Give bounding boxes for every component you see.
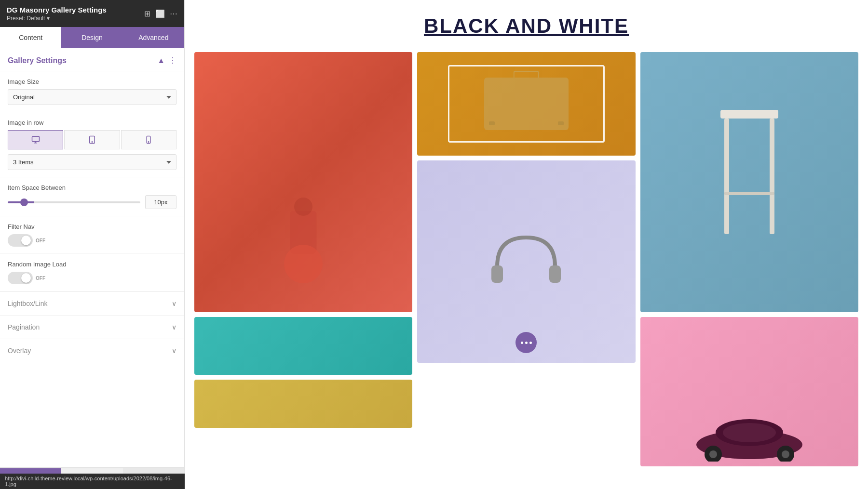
filter-nav-off-label: OFF (36, 238, 45, 243)
panel-header: DG Masonry Gallery Settings Preset: Defa… (0, 0, 184, 27)
filter-nav-toggle[interactable] (8, 234, 33, 247)
collapse-icon[interactable]: ▲ (157, 56, 165, 65)
panel-title: DG Masonry Gallery Settings (7, 6, 107, 14)
item-space-group: Item Space Between (0, 177, 184, 216)
filter-nav-label: Filter Nav (8, 223, 176, 230)
three-dots-button[interactable] (515, 332, 537, 353)
gallery-item-teal[interactable] (194, 317, 412, 375)
svg-rect-8 (549, 265, 561, 283)
bag-inner (448, 65, 605, 143)
status-bar: http://divi-child-theme-review.local/wp-… (0, 474, 185, 489)
svg-rect-11 (770, 119, 774, 234)
mobile-icon-btn[interactable] (121, 130, 176, 149)
image-in-row-group: Image in row 1 Item 2 Items 3 Items (0, 112, 184, 177)
dot-2 (525, 342, 528, 344)
image-in-row-label: Image in row (8, 119, 176, 126)
panel-content: Gallery Settings ▲ ⋮ Image Size Original… (0, 48, 184, 467)
pagination-section: Pagination ∨ (0, 315, 184, 339)
lightbox-section: Lightbox/Link ∨ (0, 291, 184, 315)
tab-advanced[interactable]: Advanced (123, 27, 184, 48)
svg-point-21 (782, 450, 789, 458)
filter-nav-toggle-container: OFF (8, 234, 176, 247)
headphones-svg (478, 213, 574, 310)
section-actions: ▲ ⋮ (157, 56, 176, 65)
bag-image (417, 52, 635, 156)
status-url: http://divi-child-theme-review.local/wp-… (5, 476, 172, 487)
random-image-toggle[interactable] (8, 272, 33, 284)
filter-nav-group: Filter Nav OFF (0, 216, 184, 254)
row-icons (8, 130, 176, 149)
gallery-col-2 (417, 52, 635, 363)
car-svg (687, 404, 812, 462)
gallery-settings-section-header: Gallery Settings ▲ ⋮ (0, 48, 184, 71)
panel-preset[interactable]: Preset: Default ▾ (7, 15, 107, 22)
slider-row (8, 195, 176, 209)
lightbox-chevron-icon: ∨ (172, 300, 176, 307)
more-icon[interactable]: ⋯ (170, 9, 177, 18)
panel-header-icons: ⊞ ⬜ ⋯ (144, 9, 177, 18)
pagination-title: Pagination (8, 323, 40, 331)
gallery-item-yellow-sm[interactable] (194, 380, 412, 428)
gallery-panel: BLACK AND WHITE (185, 0, 868, 489)
gallery-item-headphones[interactable] (417, 160, 635, 363)
teal-image (194, 317, 412, 375)
overlay-section: Overlay ∨ (0, 339, 184, 362)
section-title: Gallery Settings (8, 56, 67, 65)
mobile-icon (144, 135, 153, 144)
tablet-icon-btn[interactable] (64, 130, 120, 149)
gallery-col-3 (640, 52, 858, 466)
image-size-label: Image Size (8, 78, 176, 85)
overlay-title: Overlay (8, 347, 31, 355)
expand-icon[interactable]: ⬜ (155, 9, 165, 18)
panel-tabs: Content Design Advanced (0, 27, 184, 48)
random-image-label: Random Image Load (8, 261, 176, 268)
filter-nav-thumb (21, 236, 31, 245)
svg-point-4 (92, 142, 93, 143)
gallery-item-stool[interactable] (640, 52, 858, 312)
item-space-slider[interactable] (8, 201, 140, 203)
random-image-track[interactable] (8, 272, 33, 284)
image-size-select[interactable]: Original Thumbnail Medium Large Full (8, 89, 176, 105)
dot-1 (521, 342, 523, 344)
tablet-icon (88, 135, 96, 144)
gallery-col-1 (194, 52, 412, 428)
tab-content[interactable]: Content (0, 27, 61, 48)
random-image-thumb (21, 273, 31, 283)
headphones-image (417, 160, 635, 363)
dots-menu-icon[interactable]: ⋮ (169, 56, 176, 65)
gallery-item-bag[interactable] (417, 52, 635, 156)
item-space-label: Item Space Between (8, 184, 176, 191)
grid-icon[interactable]: ⊞ (144, 9, 150, 18)
svg-point-6 (149, 142, 149, 143)
lightbox-title: Lightbox/Link (8, 300, 48, 307)
pagination-header[interactable]: Pagination ∨ (0, 316, 184, 339)
overlay-header[interactable]: Overlay ∨ (0, 339, 184, 362)
bag-handle (514, 71, 539, 78)
bag-shape (484, 78, 569, 130)
svg-rect-12 (724, 192, 774, 195)
gallery-title: BLACK AND WHITE (424, 14, 629, 38)
gallery-grid (194, 52, 858, 466)
desktop-icon-btn[interactable] (8, 130, 63, 149)
gallery-item-coral[interactable] (194, 52, 412, 312)
item-space-value[interactable] (145, 195, 176, 209)
filter-nav-track[interactable] (8, 234, 33, 247)
panel-header-left: DG Masonry Gallery Settings Preset: Defa… (7, 6, 107, 22)
stool-image (640, 52, 858, 312)
svg-point-19 (709, 450, 717, 458)
image-size-group: Image Size Original Thumbnail Medium Lar… (0, 71, 184, 112)
dot-3 (529, 342, 532, 344)
overlay-chevron-icon: ∨ (172, 347, 176, 355)
svg-rect-7 (491, 265, 503, 283)
random-image-off-label: OFF (36, 276, 45, 281)
yellow-small-image (194, 380, 412, 428)
tab-design[interactable]: Design (61, 27, 122, 48)
svg-rect-0 (32, 136, 39, 142)
svg-rect-10 (724, 119, 729, 234)
lightbox-header[interactable]: Lightbox/Link ∨ (0, 292, 184, 315)
items-select[interactable]: 1 Item 2 Items 3 Items 4 Items 5 Items (8, 154, 176, 170)
gallery-item-car[interactable] (640, 317, 858, 466)
car-image (640, 317, 858, 466)
desktop-icon (31, 135, 40, 144)
svg-point-17 (723, 423, 776, 442)
